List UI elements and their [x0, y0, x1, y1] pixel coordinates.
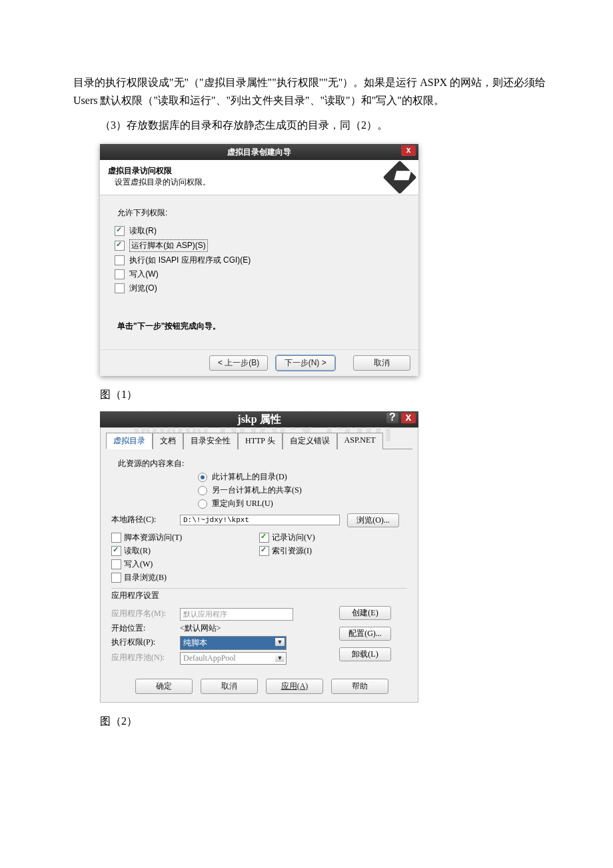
check-label: 记录访问(V)	[272, 533, 315, 542]
create-button[interactable]: 创建(E)	[339, 606, 391, 620]
checkbox-icon[interactable]	[115, 255, 125, 265]
local-path-input[interactable]: D:\!~jdxy!\kpxt	[180, 515, 340, 525]
local-path-label: 本地路径(C):	[111, 514, 178, 525]
checkbox-icon[interactable]	[115, 226, 125, 236]
ok-button[interactable]: 确定	[135, 679, 193, 694]
exec-permission-label: 执行权限(P):	[111, 637, 178, 648]
close-icon[interactable]: x	[401, 413, 416, 423]
tab-directory-security[interactable]: 目录安全性	[183, 433, 238, 449]
check-log-visits[interactable]: 记录访问(V)	[259, 532, 407, 543]
properties-dialog: jskp 属性 ? x 虚拟目录 文档 目录安全性 HTTP 头 自定义错误 A…	[100, 411, 418, 703]
wizard-body: 允许下列权限: 读取(R) 运行脚本(如 ASP)(S) 执行(如 ISAPI …	[100, 195, 418, 349]
checkbox-icon[interactable]	[115, 241, 125, 251]
check-label: 索引资源(I)	[272, 546, 312, 555]
check-label: 读取(R)	[129, 226, 157, 235]
radio-icon[interactable]	[198, 473, 207, 482]
check-label: 运行脚本(如 ASP)(S)	[129, 239, 207, 252]
check-label: 写入(W)	[129, 269, 158, 279]
check-read[interactable]: 读取(R)	[115, 225, 404, 237]
wizard-header: 虚拟目录访问权限 设置虚拟目录的访问权限。	[100, 160, 418, 195]
checkbox-icon[interactable]	[115, 269, 125, 279]
browse-button[interactable]: 浏览(O)...	[347, 513, 399, 527]
radio-local-dir[interactable]: 此计算机上的目录(D)	[198, 471, 407, 483]
figure-2-label: 图（2）	[100, 715, 546, 729]
radio-label: 另一台计算机上的共享(S)	[212, 485, 302, 495]
figure-1-label: 图（1）	[100, 388, 546, 402]
checkbox-icon[interactable]	[111, 573, 121, 583]
cancel-button[interactable]: 取消	[353, 355, 410, 371]
app-name-label: 应用程序名(M):	[111, 608, 178, 619]
check-browse[interactable]: 浏览(O)	[115, 283, 404, 294]
check-label: 执行(如 ISAPI 应用程序或 CGI)(E)	[129, 255, 251, 265]
back-button[interactable]: < 上一步(B)	[209, 355, 268, 371]
check-read[interactable]: 读取(R)	[111, 545, 259, 557]
close-icon[interactable]: x	[401, 145, 416, 156]
radio-label: 此计算机上的目录(D)	[212, 472, 287, 481]
checkbox-icon[interactable]	[115, 283, 125, 293]
tabs: 虚拟目录 文档 目录安全性 HTTP 头 自定义错误 ASP.NET	[106, 432, 412, 449]
check-label: 脚本资源访问(T)	[124, 533, 182, 542]
paragraph-3: （3）存放数据库的目录和存放静态生成页的目录，同（2）。	[73, 116, 546, 134]
chevron-down-icon[interactable]: ▼	[275, 638, 285, 646]
check-write[interactable]: 写入(W)	[111, 559, 259, 570]
wizard-footer: < 上一步(B) 下一步(N) > 取消	[100, 349, 418, 376]
app-pool-select: DefaultAppPool ▼	[180, 652, 287, 665]
checkbox-icon[interactable]	[259, 533, 269, 543]
help-button[interactable]: 帮助	[331, 679, 388, 694]
radio-icon[interactable]	[198, 486, 207, 495]
app-name-input: 默认应用程序	[180, 608, 293, 621]
radio-network-share[interactable]: 另一台计算机上的共享(S)	[198, 485, 407, 496]
check-label: 目录浏览(B)	[124, 573, 167, 582]
radio-label: 重定向到 URL(U)	[212, 499, 273, 508]
wizard-dialog: 虚拟目录创建向导 x 虚拟目录访问权限 设置虚拟目录的访问权限。 允许下列权限:…	[100, 144, 418, 376]
app-pool-label: 应用程序池(N):	[111, 652, 178, 663]
allow-label: 允许下列权限:	[117, 207, 404, 219]
wizard-finish-hint: 单击"下一步"按钮完成向导。	[117, 321, 404, 332]
checkbox-icon[interactable]	[111, 533, 121, 543]
radio-icon[interactable]	[198, 499, 207, 509]
tab-panel: 此资源的内容来自: 此计算机上的目录(D) 另一台计算机上的共享(S) 重定向到…	[107, 453, 411, 672]
start-location-label: 开始位置:	[111, 623, 178, 634]
config-button[interactable]: 配置(G)...	[339, 627, 391, 641]
properties-title: jskp 属性	[237, 413, 281, 425]
properties-titlebar: jskp 属性 ? x	[100, 411, 418, 427]
exec-permission-select[interactable]: 纯脚本 ▼	[180, 636, 287, 650]
wizard-titlebar: 虚拟目录创建向导 x	[100, 144, 418, 160]
check-script-access[interactable]: 脚本资源访问(T)	[111, 532, 259, 543]
check-label: 浏览(O)	[129, 283, 157, 293]
check-execute[interactable]: 执行(如 ISAPI 应用程序或 CGI)(E)	[115, 255, 404, 266]
tab-documents[interactable]: 文档	[153, 433, 183, 449]
apply-button[interactable]: 应用(A)	[266, 679, 323, 694]
check-label: 读取(R)	[124, 546, 151, 555]
check-write[interactable]: 写入(W)	[115, 269, 404, 280]
app-settings-label: 应用程序设置	[111, 588, 407, 601]
tab-aspnet[interactable]: ASP.NET	[337, 433, 383, 449]
tab-custom-errors[interactable]: 自定义错误	[283, 433, 337, 449]
select-value: DefaultAppPool	[183, 653, 236, 663]
chevron-down-icon: ▼	[275, 654, 285, 662]
radio-redirect-url[interactable]: 重定向到 URL(U)	[198, 498, 407, 509]
properties-footer: 确定 取消 应用(A) 帮助	[107, 672, 411, 694]
unload-button[interactable]: 卸载(L)	[339, 647, 391, 661]
next-button[interactable]: 下一步(N) >	[276, 355, 335, 371]
checkbox-icon[interactable]	[259, 546, 269, 556]
wizard-banner-icon	[388, 165, 412, 189]
paragraph-1: 目录的执行权限设成"无"（"虚拟目录属性""执行权限""无"）。如果是运行 AS…	[73, 73, 546, 109]
checkbox-icon[interactable]	[111, 559, 121, 569]
tab-http-headers[interactable]: HTTP 头	[238, 433, 283, 449]
start-location-value: <默认网站>	[180, 623, 221, 633]
checkbox-icon[interactable]	[111, 546, 121, 556]
check-label: 写入(W)	[124, 559, 153, 569]
wizard-header-bold: 虚拟目录访问权限	[108, 166, 172, 175]
check-run-scripts[interactable]: 运行脚本(如 ASP)(S)	[115, 239, 404, 252]
select-value: 纯脚本	[183, 638, 207, 647]
wizard-title: 虚拟目录创建向导	[227, 147, 291, 157]
tab-virtual-directory[interactable]: 虚拟目录	[106, 433, 153, 449]
cancel-button[interactable]: 取消	[201, 679, 258, 694]
check-dir-browse[interactable]: 目录浏览(B)	[111, 572, 259, 583]
source-label: 此资源的内容来自:	[118, 458, 407, 469]
check-index-resource[interactable]: 索引资源(I)	[259, 545, 407, 557]
help-icon[interactable]: ?	[386, 413, 398, 423]
wizard-header-sub: 设置虚拟目录的访问权限。	[115, 177, 211, 187]
